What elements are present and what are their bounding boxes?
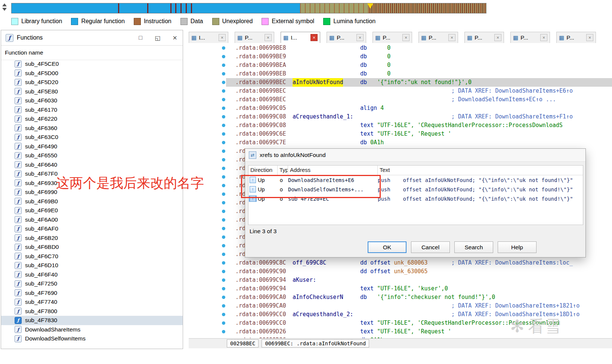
function-list-item[interactable]: sub_4F6030 (1, 96, 183, 105)
navband-position-marker-icon[interactable] (367, 3, 373, 9)
tab[interactable]: P... (235, 32, 274, 43)
column-header-address[interactable]: Address (288, 166, 378, 175)
tab[interactable]: I... (281, 32, 320, 43)
disassembly-line[interactable]: .rdata:00699BEC; DATA XREF: DownloadShar… (226, 87, 612, 95)
function-list-item[interactable]: DownloadSelfownItems (1, 334, 183, 343)
tab-close-icon[interactable] (219, 34, 226, 41)
disassembly-line[interactable]: .rdata:00699C08text "UTF-16LE", 'CReques… (226, 121, 612, 130)
disassembly-line[interactable]: .rdata:00699C94aKuser: (226, 276, 612, 284)
help-button[interactable]: Help (498, 241, 537, 253)
tab[interactable]: P... (510, 32, 550, 43)
disassembly-line[interactable]: .rdata:00699C8Coff_699C8Cdd offset unk_6… (226, 259, 612, 267)
function-list-item[interactable]: sub_4F6BD0 (1, 243, 183, 252)
function-list-item[interactable]: DownloadShareItems (1, 325, 183, 334)
function-list-item[interactable]: sub_4F63C0 (1, 133, 183, 142)
function-list-item[interactable]: sub_4F7830 (1, 316, 183, 325)
disassembly-line[interactable]: .rdata:00699C94text "UTF-16LE", 'kuser',… (226, 284, 612, 293)
navband-instruction-stripe (118, 3, 119, 13)
function-list-item[interactable]: sub_4F7740 (1, 297, 183, 307)
disassembly-line[interactable]: .rdata:00699C7Edb 0A1h (226, 138, 612, 147)
function-name-column-header[interactable]: Function name (1, 46, 183, 60)
disassembly-line[interactable]: .rdata:00699BEC; DownloadSelfownItems+EC… (226, 95, 612, 104)
disassembly-line[interactable]: .rdata:00699BE8db 0 (226, 44, 612, 52)
function-list-item[interactable]: sub_4F6C70 (1, 252, 183, 261)
function-list-item[interactable]: sub_4F6490 (1, 142, 183, 151)
function-list-item[interactable]: sub_4F5D20 (1, 78, 183, 87)
function-list-item[interactable]: sub_4F5D00 (1, 69, 183, 78)
legend-item: Data (180, 18, 203, 25)
tab-close-icon[interactable] (586, 34, 593, 41)
function-list-item[interactable]: sub_4F6B20 (1, 234, 183, 243)
function-list-item[interactable]: sub_4F5CE0 (1, 59, 183, 69)
navband-scroll-down-icon[interactable] (2, 8, 7, 11)
function-icon (15, 216, 22, 223)
function-list-item[interactable]: sub_4F6550 (1, 151, 183, 160)
function-list-item[interactable]: sub_4F7800 (1, 307, 183, 316)
disassembly-line[interactable]: .rdata:00699C08aCrequesthandle_1:; DATA … (226, 112, 612, 121)
float-window-icon[interactable] (154, 34, 161, 41)
close-icon[interactable] (171, 34, 178, 41)
disassembly-line[interactable]: .rdata:00699C05align 4 (226, 104, 612, 112)
disassembly-line[interactable]: .rdata:00699C6Etext "UTF-16LE", 'Request… (226, 130, 612, 138)
column-header-text[interactable]: Text (378, 166, 583, 175)
functions-panel-title: Functions (17, 34, 43, 41)
cancel-button[interactable]: Cancel (411, 241, 450, 253)
function-list-item[interactable]: sub_4F6220 (1, 114, 183, 124)
disassembly-line[interactable]: .rdata:00699BEAdb 0 (226, 61, 612, 70)
function-icon (15, 179, 22, 186)
navigation-band[interactable] (11, 3, 486, 13)
tab[interactable]: P... (418, 32, 458, 43)
tab[interactable]: P... (556, 32, 596, 43)
function-list-item[interactable]: sub_4F6640 (1, 160, 183, 170)
function-list-item[interactable]: sub_4F6F40 (1, 270, 183, 280)
navband-scroll-arrows[interactable] (2, 3, 8, 13)
status-bar: 00298BEC 00699BEC: .rdata:aInfoUkNotFoun… (189, 338, 612, 348)
tab[interactable]: P... (464, 32, 504, 43)
xrefs-dialog-titlebar[interactable]: xrefs to aInfoUkNotFound (245, 149, 585, 162)
disassembly-line[interactable]: .rdata:00699BECaInfoUkNotFounddb '{"info… (226, 78, 612, 87)
function-list-item[interactable]: sub_4F69E0 (1, 206, 183, 215)
tab-close-icon[interactable] (448, 34, 455, 41)
disassembly-line[interactable]: .rdata:00699CC0text "UTF-16LE", 'CReques… (226, 319, 612, 327)
xrefs-table-header[interactable]: DirectionTypAddressText (248, 166, 583, 175)
function-list-item[interactable]: sub_4F5E80 (1, 87, 183, 96)
tab[interactable]: P... (327, 32, 366, 43)
column-header-direction[interactable]: Direction (248, 166, 278, 175)
disassembly-line[interactable]: .rdata:00699CA0aInfoCheckuserNdb '{"info… (226, 293, 612, 302)
tab-close-icon[interactable] (402, 34, 409, 41)
disassembly-line[interactable]: .rdata:00699D26text "UTF-16LE", 'Request… (226, 327, 612, 336)
ok-button[interactable]: OK (368, 241, 407, 253)
disassembly-line[interactable]: .rdata:00699CA0; DATA XREF: DownloadShar… (226, 302, 612, 310)
function-list-item[interactable]: sub_4F6360 (1, 124, 183, 133)
column-header-typ[interactable]: Typ (278, 166, 288, 175)
functions-panel-titlebar[interactable]: Functions (1, 30, 183, 46)
tab-close-icon[interactable] (265, 34, 272, 41)
function-list-item[interactable]: sub_4F6D10 (1, 261, 183, 270)
function-list-item[interactable]: sub_4F6170 (1, 105, 183, 115)
disassembly-line[interactable]: .rdata:00699BEBdb 0 (226, 70, 612, 78)
function-list-item[interactable]: sub_4F6A00 (1, 215, 183, 225)
tab-close-icon[interactable] (494, 34, 501, 41)
disassembly-line[interactable]: .rdata:00699BE9db 0 (226, 52, 612, 61)
tab-close-icon[interactable] (356, 34, 364, 41)
function-list-item[interactable]: sub_4F7250 (1, 279, 183, 289)
navband-unexplored-region (300, 3, 369, 13)
tab-close-icon[interactable] (310, 34, 318, 41)
tab[interactable]: P... (373, 32, 412, 43)
tab-close-icon[interactable] (540, 34, 547, 41)
instruction-text: db 0A1h (360, 138, 384, 147)
function-list-item[interactable]: sub_4F69B0 (1, 197, 183, 206)
tab[interactable]: I... (189, 32, 228, 43)
address-label: .rdata:00699C08 (235, 121, 286, 130)
function-list-item[interactable]: sub_4F7690 (1, 289, 183, 298)
disassembly-line[interactable]: .rdata:00699CC0aCrequesthandle_2:; DATA … (226, 310, 612, 319)
symbol-name: off_699C8C (293, 259, 326, 267)
code-segment: "UTF-16LE", 'kuser',0 (374, 285, 448, 292)
disassembly-line[interactable]: .rdata:00699C90dd offset unk_630065 (226, 267, 612, 276)
maximize-icon[interactable] (137, 34, 144, 41)
function-list-item[interactable]: sub_4F6AF0 (1, 224, 183, 234)
navband-scroll-up-icon[interactable] (2, 3, 7, 6)
instruction-text: db '{"info":"checkuser not found!"}',0 (360, 293, 495, 302)
function-icon (15, 244, 22, 251)
search-button[interactable]: Search (454, 241, 493, 253)
